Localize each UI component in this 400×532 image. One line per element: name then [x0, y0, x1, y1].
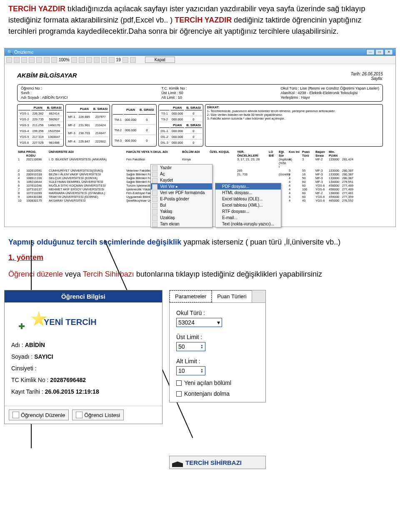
nav-first-icon[interactable] — [101, 57, 107, 63]
alt-limit-spinner[interactable]: 10▲▼ — [176, 366, 205, 375]
sub-excel-ole[interactable]: Excel tablosu (OLE)... — [215, 196, 281, 202]
report-page-label: Sayfa: — [371, 76, 383, 81]
chk-yeni-acilan[interactable]: Yeni açılan bölüml — [176, 380, 259, 386]
annot-change-choices: Yapmış olduğunuz tercih seçimlerinde değ… — [0, 235, 400, 250]
spin-down-icon: ▼ — [200, 347, 203, 349]
open-icon[interactable] — [21, 57, 27, 63]
report-title: AKBİM BİLGİSAYAR — [17, 72, 77, 81]
export-icon — [152, 184, 158, 190]
layout-4-icon[interactable] — [94, 57, 100, 63]
edit-student-button[interactable]: Öğrenciyi Düzenle — [9, 410, 69, 420]
mail-icon — [152, 197, 158, 202]
panels-container: Öğrenci Bilgisi YENİ TERCİH Adı : ABİDİN… — [4, 290, 396, 469]
gender-line: Cinsiyeti : — [11, 365, 155, 372]
new-choice-label: YENİ TERCİH — [44, 317, 97, 327]
ctx-eposta[interactable]: E-Posta gönder — [151, 196, 212, 202]
ctx-ac[interactable]: Aç — [151, 171, 212, 177]
student-info-panel: Öğrenci Bilgisi YENİ TERCİH Adı : ABİDİN… — [4, 290, 162, 424]
regdate-line: Kayıt Tarihi : 26.06.2015 12:19:18 — [11, 388, 155, 395]
student-info-box: Öğrenci No : Sınıfı : Adı Soyadı : ABİDİ… — [17, 84, 383, 102]
ts-dil-table: PUANB. SIRASITS-1000.0000TS-2000.0000PUA… — [158, 104, 203, 147]
layout-2-icon[interactable] — [79, 57, 85, 63]
close-preview-button[interactable]: Kapat — [145, 57, 175, 63]
edit-icon — [12, 412, 19, 418]
plus-icon — [19, 323, 25, 329]
new-choice-row[interactable]: YENİ TERCİH — [30, 311, 155, 333]
list-icon — [76, 412, 82, 418]
parameters-panel: Parametreler Puan Türleri Okul Türü : 53… — [169, 290, 266, 402]
okul-turu-label: Okul Türü : — [176, 310, 259, 316]
zoom-icon[interactable] — [51, 57, 57, 63]
save-icon — [152, 178, 158, 183]
nav-next-icon[interactable] — [122, 57, 128, 63]
sub-excel-xml[interactable]: Excel tablosu (XML)... — [215, 202, 281, 208]
ctx-tamekran[interactable]: Tam ekran — [151, 221, 212, 227]
score-grid: PUANB. SIRASIYGS-1226.362682414YGS-2229.… — [17, 104, 383, 147]
okul-turu-select[interactable]: 53024▾ — [176, 318, 222, 327]
ctx-yaklas[interactable]: Yaklaş — [151, 208, 212, 215]
layout-1-icon[interactable] — [71, 57, 77, 63]
star-icon — [30, 311, 47, 327]
student-list-button[interactable]: Öğrenci Listesi — [72, 410, 124, 420]
layout-3-icon[interactable] — [86, 57, 92, 63]
preview-window: 🔍 Önizleme — ▭ ✕ 100% 19 Kapat AKBİM BİL… — [4, 48, 396, 227]
sub-text[interactable]: Text (nokta-vuruşlu yazıcı)... — [215, 221, 281, 227]
dikkat-box: DİKKAT: 1- Tercihlerinizde, puanınızın a… — [205, 104, 383, 147]
annot-edit-instructions: Öğrenci düzenle veya Tercih Sihirbazı bu… — [0, 265, 400, 283]
window-min-button[interactable]: — — [366, 49, 375, 55]
ctx-uzaklas[interactable]: Uzaklaş — [151, 215, 212, 221]
window-max-button[interactable]: ▭ — [375, 49, 384, 55]
tab-parametreler[interactable]: Parametreler — [170, 290, 212, 302]
nav-last-icon[interactable] — [130, 57, 136, 63]
open-icon — [152, 172, 158, 177]
print-icon — [152, 165, 158, 171]
page-number[interactable]: 19 — [116, 57, 121, 62]
print-icon[interactable] — [6, 57, 12, 63]
pdf-icon[interactable] — [29, 57, 35, 63]
alt-limit-label: Alt Limit : — [176, 358, 259, 365]
ctx-bul[interactable]: Bul — [151, 202, 212, 208]
window-close-button[interactable]: ✕ — [385, 49, 393, 55]
tm-table: PUANB. SIRASITM-1000.0000TM-2000.0000TM-… — [112, 104, 156, 147]
ctx-pdf-format[interactable]: Veri ver PDF formatında — [151, 190, 212, 196]
window-title: Önizleme — [14, 50, 33, 55]
report-date: Tarih: 26.06.2015 — [351, 72, 383, 76]
mf-table: PUANB. SIRASIMF-1226.885237977MF-2231.90… — [65, 104, 110, 147]
nav-prev-icon[interactable] — [109, 57, 115, 63]
spin-down-icon: ▼ — [200, 371, 203, 373]
ctx-veri-ver[interactable]: Veri Ver ▸ — [151, 183, 212, 190]
save-icon[interactable] — [14, 57, 20, 63]
report-page: AKBİM BİLGİSAYAR Tarih: 26.06.2015 Sayfa… — [5, 64, 395, 227]
kw-tercih-yazdir-2: TERCİH YAZDIR — [175, 16, 232, 24]
sub-html[interactable]: HTML dosyası... — [215, 190, 281, 196]
pref-header: SIRAPROG. KODU ÜNİVERSİTE ADIFAKÜLTE VEY… — [17, 150, 383, 157]
window-titlebar: 🔍 Önizleme — ▭ ✕ — [5, 48, 395, 56]
annot-method-1: 1. yöntem — [0, 250, 400, 265]
ctx-kaydet[interactable]: Kaydet — [151, 177, 212, 183]
wizard-hat-icon — [172, 458, 183, 467]
find-icon — [152, 203, 158, 208]
mail-icon[interactable] — [44, 57, 50, 63]
sub-rtf[interactable]: RTF dosyası... — [215, 208, 281, 215]
tab-puan-turleri[interactable]: Puan Türleri — [212, 290, 252, 302]
chk-kontenjan[interactable]: Kontenjanı dolma — [176, 390, 259, 397]
zoom-value[interactable]: 100% — [59, 57, 70, 62]
export-submenu[interactable]: PDF dosyası... HTML dosyası... Excel tab… — [215, 183, 281, 227]
name-line: Adı : ABİDİN — [11, 342, 155, 348]
preview-toolbar: 100% 19 Kapat — [5, 56, 395, 64]
ust-limit-spinner[interactable]: 50▲▼ — [176, 342, 205, 351]
chevron-down-icon: ▾ — [217, 319, 220, 326]
checkbox-icon — [176, 391, 182, 397]
surname-line: Soyadı : SAYICI — [11, 353, 155, 360]
fullscreen-icon — [152, 222, 158, 227]
student-info-header: Öğrenci Bilgisi — [5, 290, 162, 302]
intro-paragraph: TERCİH YAZDIR tıkladığınızda açılacak sa… — [0, 0, 400, 40]
sub-email[interactable]: E-mail... — [215, 215, 281, 221]
tercih-sihirbazi-button[interactable]: TERCİH SİHİRBAZI — [169, 456, 266, 469]
excel-icon[interactable] — [36, 57, 42, 63]
zoom-in-icon — [152, 209, 158, 215]
sub-pdf[interactable]: PDF dosyası... — [215, 183, 281, 190]
ctx-yazdir[interactable]: Yazdır — [151, 165, 212, 171]
ygs-table: PUANB. SIRASIYGS-1226.362682414YGS-2229.… — [17, 104, 64, 147]
context-menu[interactable]: Yazdır Aç Kaydet Veri Ver ▸ Veri ver PDF… — [150, 164, 212, 227]
